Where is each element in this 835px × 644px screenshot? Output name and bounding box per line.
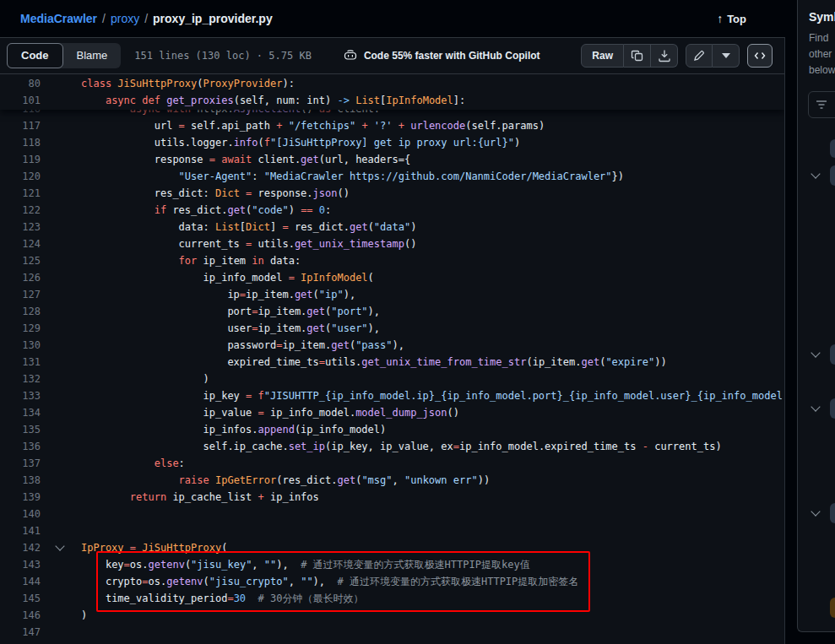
line-number[interactable]: 141: [0, 522, 41, 539]
symbol-badge[interactable]: [830, 503, 835, 523]
code-line: 101 async def get_proxies(self, num: int…: [0, 92, 784, 109]
line-number[interactable]: 134: [0, 404, 41, 421]
line-number[interactable]: 118: [0, 134, 41, 151]
breadcrumb-repo-link[interactable]: MediaCrawler: [20, 12, 97, 25]
line-number[interactable]: 121: [0, 185, 41, 202]
code-line: 127 ip=ip_item.get("ip"),: [0, 286, 784, 303]
code-line: 132 ): [0, 371, 784, 387]
code-line: 122 if res_dict.get("code") == 0:: [0, 202, 784, 219]
code-line-content: else:: [81, 455, 185, 472]
line-gutter: [41, 472, 81, 489]
code-line-content: user=ip_item.get("user"),: [81, 320, 380, 337]
symbol-badge[interactable]: [830, 139, 835, 158]
line-number[interactable]: 129: [0, 320, 41, 337]
caret-down-icon: [722, 53, 730, 58]
breadcrumb-bar: MediaCrawler / proxy / proxy_ip_provider…: [0, 0, 785, 37]
symbols-panel-description-line: below: [809, 64, 835, 76]
file-toolbar: Code Blame 151 lines (130 loc) · 5.75 KB…: [0, 38, 784, 74]
raw-button[interactable]: Raw: [581, 44, 624, 68]
line-number[interactable]: 139: [0, 489, 41, 506]
code-line-content: expired_time_ts=utils.get_unix_time_from…: [81, 354, 667, 371]
code-line-content: utils.logger.info(f"[JiSuHttpProxy] get …: [81, 134, 520, 151]
code-line: 137 else:: [0, 455, 784, 472]
code-line-content: time_validity_period=30 # 30分钟（最长时效）: [81, 590, 363, 607]
line-number[interactable]: 147: [0, 624, 41, 641]
line-number[interactable]: 120: [0, 168, 41, 185]
code-line: 145 time_validity_period=30 # 30分钟（最长时效）: [0, 590, 784, 607]
download-button[interactable]: [651, 44, 678, 68]
code-line: 131 expired_time_ts=utils.get_unix_time_…: [0, 354, 784, 371]
symbols-filter-input[interactable]: [808, 91, 835, 118]
symbols-panel-toggle-button[interactable]: [747, 44, 773, 68]
code-scroll-area[interactable]: 116 async with httpx.AsyncClient() as cl…: [0, 74, 784, 644]
code-line-content: ): [81, 371, 209, 387]
line-number[interactable]: 117: [0, 117, 41, 134]
copilot-banner-text: Code 55% faster with GitHub Copilot: [364, 50, 540, 62]
line-number[interactable]: 124: [0, 235, 41, 252]
line-number[interactable]: 80: [0, 75, 41, 92]
code-line-content: IpProxy = JiSuHttpProxy(: [81, 539, 227, 556]
line-gutter: [41, 607, 81, 624]
line-gutter: [41, 438, 81, 455]
line-number[interactable]: 146: [0, 607, 41, 624]
code-line: 125 for ip_item in data:: [0, 252, 784, 269]
line-number[interactable]: 137: [0, 455, 41, 472]
code-line-content: ip=ip_item.get("ip"),: [81, 286, 355, 303]
pencil-icon: [692, 49, 706, 62]
copilot-icon: [344, 49, 357, 62]
breadcrumb-folder-link[interactable]: proxy: [111, 12, 139, 25]
line-number[interactable]: 101: [0, 92, 41, 109]
code-line-content: if res_dict.get("code") == 0:: [81, 202, 331, 219]
symbol-expand-chevron-down-icon[interactable]: [811, 169, 820, 178]
line-number[interactable]: 136: [0, 438, 41, 455]
line-number[interactable]: 140: [0, 506, 41, 522]
line-number[interactable]: 142: [0, 539, 41, 556]
line-number[interactable]: 130: [0, 337, 41, 354]
symbol-badge[interactable]: [830, 398, 835, 419]
back-to-top-link[interactable]: ↑ Top: [717, 12, 746, 25]
code-line: 118 utils.logger.info(f"[JiSuHttpProxy] …: [0, 134, 784, 151]
line-number[interactable]: 133: [0, 387, 41, 404]
code-line-content: for ip_item in data:: [81, 252, 301, 269]
filter-icon: [816, 100, 827, 110]
code-line: 120 "User-Agent": "MediaCrawler https://…: [0, 168, 784, 185]
line-number[interactable]: 123: [0, 219, 41, 235]
file-content-box: Code Blame 151 lines (130 loc) · 5.75 KB…: [0, 37, 785, 644]
copy-button[interactable]: [624, 44, 651, 68]
symbol-badge[interactable]: [830, 165, 835, 186]
line-number[interactable]: 131: [0, 354, 41, 371]
line-gutter: [41, 354, 81, 371]
top-link-label: Top: [727, 13, 746, 25]
line-number[interactable]: 135: [0, 421, 41, 438]
edit-group: [686, 44, 740, 68]
tab-code[interactable]: Code: [7, 43, 63, 68]
line-gutter: [41, 539, 81, 556]
line-number[interactable]: 127: [0, 286, 41, 303]
code-line: 136 self.ip_cache.set_ip(ip_key, ip_valu…: [0, 438, 784, 455]
line-number[interactable]: 119: [0, 151, 41, 168]
line-number[interactable]: 132: [0, 371, 41, 387]
line-number[interactable]: 138: [0, 472, 41, 489]
symbol-expand-chevron-down-icon[interactable]: [811, 506, 820, 516]
code-line-content: current_ts = utils.get_unix_timestamp(): [81, 235, 416, 252]
line-gutter: [41, 371, 81, 387]
line-number[interactable]: 143: [0, 556, 41, 573]
line-gutter: [41, 404, 81, 421]
line-number[interactable]: 128: [0, 303, 41, 320]
code-line-content: response = await client.get(url, headers…: [81, 151, 410, 168]
line-number[interactable]: 122: [0, 202, 41, 219]
symbol-badge[interactable]: [830, 598, 835, 618]
line-gutter: [41, 506, 81, 522]
symbol-expand-chevron-down-icon[interactable]: [811, 348, 820, 357]
edit-dropdown-button[interactable]: [713, 44, 740, 68]
symbol-badge[interactable]: [830, 344, 835, 365]
line-number[interactable]: 126: [0, 269, 41, 286]
edit-button[interactable]: [686, 44, 713, 68]
line-number[interactable]: 125: [0, 252, 41, 269]
line-number[interactable]: 144: [0, 573, 41, 590]
line-number[interactable]: 145: [0, 590, 41, 607]
tab-blame[interactable]: Blame: [63, 43, 122, 68]
collapse-chevron-down-icon[interactable]: [55, 541, 64, 550]
symbol-expand-chevron-down-icon[interactable]: [811, 402, 820, 411]
line-gutter: [41, 387, 81, 404]
